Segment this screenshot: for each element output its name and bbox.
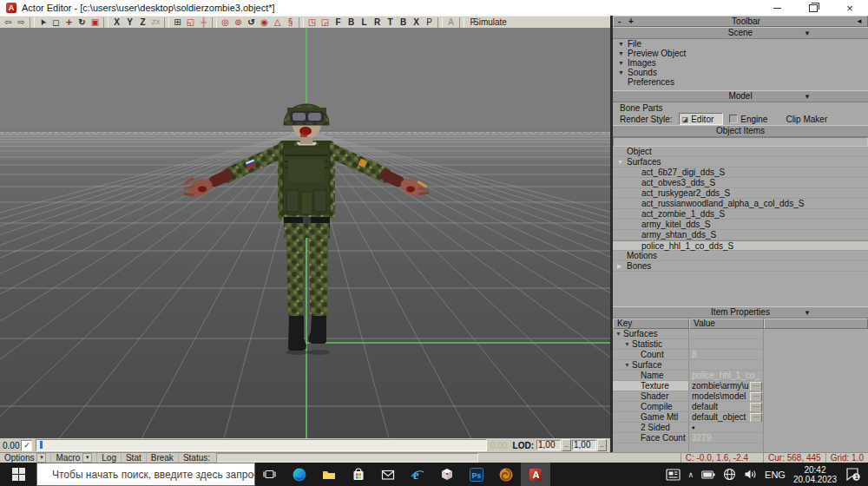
minimize-button[interactable]: [759, 0, 795, 16]
macro-menu-button[interactable]: Macro ▾: [51, 453, 97, 463]
prop-row-name[interactable]: Name police_hhl_1_co_ ···: [613, 371, 868, 381]
prop-row-2sided[interactable]: 2 Sided ▪ ···: [613, 423, 868, 433]
snap-magnet-icon[interactable]: ◉: [258, 16, 271, 28]
break-button[interactable]: Break: [147, 453, 179, 463]
tree-item-surface[interactable]: act_zombie_1_dds_S: [613, 209, 868, 220]
anim-checkbox[interactable]: ✓: [21, 440, 32, 451]
lod-spinner-1[interactable]: ‥: [562, 439, 571, 451]
view-a-button[interactable]: A: [444, 16, 457, 28]
zoom-selected-icon[interactable]: ◱: [184, 16, 197, 28]
actor-editor-taskbar-button[interactable]: A: [521, 463, 550, 486]
move-tool-icon[interactable]: +: [62, 16, 76, 28]
clip-maker-button[interactable]: Clip Maker: [786, 115, 827, 124]
pivot-icon[interactable]: ╋: [197, 16, 210, 28]
taskbar-search-box[interactable]: Чтобы начать поиск, введите здесь запрос: [36, 463, 255, 486]
lod-spinner-2[interactable]: ‥: [597, 439, 607, 451]
tree-item-surface[interactable]: army_kitel_dds_S: [613, 220, 868, 230]
panel-collapse-buttons[interactable]: - +: [618, 16, 636, 26]
lod-value-2[interactable]: 1,00: [572, 440, 596, 450]
log-button[interactable]: Log: [97, 453, 122, 463]
item-properties-dropdown-icon[interactable]: ▼: [804, 308, 811, 318]
view-top-button[interactable]: T: [384, 16, 397, 28]
file-explorer-button[interactable]: [314, 463, 344, 486]
language-indicator[interactable]: ENG: [765, 470, 786, 480]
tree-item-surfaces[interactable]: ▼ Surfaces: [613, 157, 868, 167]
scene-item-images[interactable]: ▼ Images: [613, 58, 868, 68]
prop-row-compile[interactable]: Compile default ···: [613, 402, 868, 412]
cube-view-2-icon[interactable]: ◲: [319, 16, 332, 28]
prop-row-empty[interactable]: ···: [613, 443, 868, 452]
scale-tool-icon[interactable]: ▣: [89, 16, 102, 28]
zoom-extents-icon[interactable]: ⊞: [171, 16, 184, 28]
history-forward-icon[interactable]: ⇨: [15, 16, 28, 28]
macro-dropdown-icon[interactable]: ▾: [82, 453, 92, 463]
prop-row-shader[interactable]: Shader models\model ···: [613, 391, 868, 402]
bone-parts-button[interactable]: Bone Parts: [613, 102, 868, 113]
tree-item-motions[interactable]: Motions: [613, 251, 868, 261]
prop-row-statistic[interactable]: ▼ Statistic ···: [613, 339, 868, 350]
volume-icon[interactable]: [744, 469, 757, 480]
rotate-tool-icon[interactable]: ↻: [76, 16, 89, 28]
tree-item-surface[interactable]: army_shtan_dds_S: [613, 230, 868, 240]
scene-section-header[interactable]: Scene ▼: [613, 27, 868, 39]
viewport-3d[interactable]: [0, 28, 610, 438]
view-back-button[interactable]: B: [345, 16, 358, 28]
view-left-button[interactable]: L: [358, 16, 371, 28]
options-dropdown-icon[interactable]: ▾: [36, 453, 46, 463]
cube-view-1-icon[interactable]: ◳: [306, 16, 319, 28]
clock[interactable]: 20:42 20.04.2023: [793, 465, 837, 484]
render-style-editor-toggle[interactable]: ◪ Editor: [679, 113, 724, 125]
axis-zx-button[interactable]: ZX: [149, 16, 162, 28]
task-view-button[interactable]: [255, 463, 285, 486]
select-tool-icon[interactable]: ➤: [36, 16, 49, 28]
prop-row-surface[interactable]: ▼ Surface ···: [613, 360, 868, 371]
scene-item-preview-object[interactable]: ▼ Preview Object: [613, 49, 868, 58]
battery-icon[interactable]: [701, 470, 715, 480]
close-button[interactable]: ×: [832, 0, 868, 16]
tree-item-surface[interactable]: police_hhl_1_co_dds_S: [613, 240, 868, 251]
tray-expand-chevron-icon[interactable]: ∧: [688, 470, 694, 479]
network-icon[interactable]: [723, 468, 736, 481]
history-back-icon[interactable]: ⇦: [2, 16, 15, 28]
tree-item-surface[interactable]: act_russianwoodland_alpha_a_col_dds_S: [613, 199, 868, 209]
axis-x-button[interactable]: X: [110, 16, 123, 28]
model-dropdown-icon[interactable]: ▼: [804, 92, 811, 102]
key-column-header[interactable]: Key: [613, 319, 689, 329]
prop-row-face-count[interactable]: Face Count 3279 ···: [613, 433, 868, 443]
model-section-header[interactable]: Model ▼: [613, 90, 868, 102]
stat-button[interactable]: Stat: [122, 453, 147, 463]
tree-item-surface[interactable]: act_ruskygear2_dds_S: [613, 188, 868, 199]
snap-spline-icon[interactable]: §: [284, 16, 297, 28]
start-button[interactable]: [0, 463, 36, 486]
tree-item-surface[interactable]: act_6b27_digi_dds_S: [613, 167, 868, 178]
snap-normal-icon[interactable]: △: [271, 16, 284, 28]
panel-toolbar-bar[interactable]: - + Toolbar ◄: [613, 16, 868, 27]
xnview-button[interactable]: [491, 463, 521, 486]
prop-row-game-mtl[interactable]: Game Mtl default_object ···: [613, 412, 868, 423]
snap-link-icon[interactable]: ⊚: [232, 16, 245, 28]
lod-value-1[interactable]: 1,00: [536, 440, 561, 450]
simulate-button[interactable]: Simulate: [473, 16, 507, 28]
view-bottom-button[interactable]: B: [397, 16, 410, 28]
view-axonometric-button[interactable]: X: [410, 16, 423, 28]
prop-row-surfaces[interactable]: ▼ Surfaces ···: [613, 329, 868, 339]
tree-item-object[interactable]: Object: [613, 147, 868, 157]
view-perspective-button[interactable]: P: [423, 16, 436, 28]
restore-button[interactable]: [795, 0, 832, 16]
scene-item-file[interactable]: ▼ File: [613, 39, 868, 49]
internet-explorer-button[interactable]: e: [403, 463, 432, 486]
mail-button[interactable]: [373, 463, 403, 486]
view-right-button[interactable]: R: [371, 16, 384, 28]
value-column-header[interactable]: Value: [689, 319, 764, 329]
options-menu-button[interactable]: Options ▾: [0, 453, 51, 463]
scene-item-preferences[interactable]: Preferences: [613, 77, 868, 87]
news-widget-icon[interactable]: [666, 469, 681, 481]
snap-rotate-icon[interactable]: ↺: [245, 16, 258, 28]
tree-item-bones[interactable]: ▶ Bones: [613, 261, 868, 272]
object-items-filter-field[interactable]: [613, 137, 868, 147]
snap-move-icon[interactable]: ◎: [219, 16, 232, 28]
timeline-cursor[interactable]: [40, 441, 43, 449]
prop-row-texture[interactable]: Texture zombie\army\u ···: [613, 381, 868, 391]
axis-z-button[interactable]: Z: [136, 16, 149, 28]
view-front-button[interactable]: F: [332, 16, 345, 28]
